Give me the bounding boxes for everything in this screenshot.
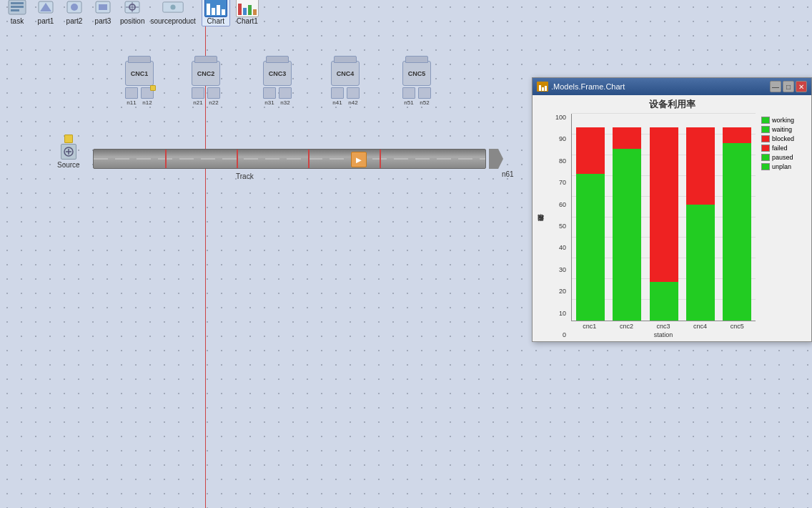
cnc4-nodes: n41 n42: [331, 87, 360, 106]
x-label-cnc1: cnc1: [574, 323, 605, 330]
track-exit-arrow: [489, 149, 503, 169]
track-container: ► Track n61: [93, 149, 500, 169]
source-component: Source: [57, 135, 80, 169]
bar-cnc5: [722, 127, 753, 321]
maximize-button[interactable]: □: [783, 81, 794, 92]
cnc2-nodes: n21 n22: [192, 87, 220, 106]
chart-window-title: .Models.Frame.Chart: [551, 82, 625, 91]
cnc1-machine[interactable]: CNC1: [125, 61, 154, 86]
cnc4-working-bar: [686, 205, 715, 321]
y-axis-label: 设备利用率: [535, 114, 545, 338]
n61-label: n61: [502, 170, 514, 178]
stacked-bar-cnc5: [723, 127, 751, 321]
cnc2-node-n21[interactable]: n21: [192, 87, 204, 106]
legend-blocked: blocked: [761, 135, 806, 142]
chart-title-icon: [537, 82, 548, 92]
cnc5-node-n51[interactable]: n51: [402, 87, 415, 106]
canvas: CNC1 n11 n12 CNC2 n21: [0, 21, 522, 508]
cnc1-working-bar: [576, 174, 605, 321]
x-label-cnc4: cnc4: [685, 323, 716, 330]
chart-body: 设备利用率 设备利用率 100 90 80 70 60 50 40 30 20 …: [533, 95, 811, 341]
minimize-button[interactable]: —: [770, 81, 781, 92]
cnc2-group: CNC2 n21 n22: [192, 61, 220, 106]
legend-paused: paused: [761, 154, 806, 161]
cnc5-blocked-bar: [723, 127, 751, 143]
x-label-cnc5: cnc5: [721, 323, 753, 330]
legend-paused-color: [761, 154, 770, 161]
stacked-bar-cnc3: [650, 127, 678, 321]
track-label: Track: [236, 172, 254, 180]
svg-rect-3: [11, 9, 19, 11]
cnc4-group: CNC4 n41 n42: [331, 61, 360, 106]
source-label: Source: [57, 161, 80, 169]
track[interactable]: ►: [93, 149, 486, 169]
cnc3-node-n32[interactable]: n32: [279, 87, 292, 106]
bars-container: [571, 114, 756, 321]
cnc5-working-bar: [723, 143, 751, 321]
source-indicator: [64, 135, 73, 143]
bar-cnc3: [648, 127, 679, 321]
cnc5-group: CNC5 n51 n52: [402, 61, 431, 106]
bar-cnc4: [685, 127, 716, 321]
x-axis-title: station: [571, 331, 756, 338]
cnc1-node-n11[interactable]: n11: [125, 87, 138, 106]
cnc2-working-bar: [613, 149, 641, 321]
legend-failed: failed: [761, 145, 806, 152]
close-button[interactable]: ✕: [796, 81, 807, 92]
x-label-cnc2: cnc2: [611, 323, 643, 330]
legend-paused-label: paused: [772, 154, 793, 161]
cnc4-blocked-bar: [686, 127, 715, 205]
chart-window: .Models.Frame.Chart — □ ✕ 设备利用率 设备利用率 10…: [532, 77, 812, 342]
chart-heading: 设备利用率: [535, 98, 808, 111]
source-box[interactable]: [61, 144, 76, 160]
cnc3-machine[interactable]: CNC3: [263, 61, 292, 86]
legend-blocked-label: blocked: [772, 135, 794, 142]
window-controls: — □ ✕: [770, 81, 807, 92]
stacked-bar-cnc2: [613, 127, 641, 321]
cnc1-node-n12[interactable]: n12: [141, 87, 154, 106]
legend-unplan-color: [761, 163, 770, 170]
chart-legend: working waiting blocked failed paused: [758, 114, 808, 338]
svg-point-7: [71, 4, 78, 11]
cnc1-group: CNC1 n11 n12: [125, 61, 154, 106]
cnc5-node-n52[interactable]: n52: [418, 87, 431, 106]
cnc3-working-bar: [650, 282, 678, 321]
cnc2-machine[interactable]: CNC2: [192, 61, 220, 86]
y-axis: 100 90 80 70 60 50 40 30 20 10 0: [548, 114, 568, 338]
cnc5-machine[interactable]: CNC5: [402, 61, 431, 86]
legend-waiting: waiting: [761, 126, 806, 133]
chart-plot-area: cnc1 cnc2 cnc3 cnc4 cnc5 station: [571, 114, 756, 338]
cnc2-blocked-bar: [613, 127, 641, 149]
cnc4-node-n41[interactable]: n41: [331, 87, 344, 106]
cnc1-nodes: n11 n12: [125, 87, 154, 106]
legend-waiting-label: waiting: [772, 126, 792, 133]
stacked-bar-cnc4: [686, 127, 715, 321]
bar-cnc2: [611, 127, 642, 321]
bar-cnc1: [575, 127, 605, 321]
x-labels: cnc1 cnc2 cnc3 cnc4 cnc5: [571, 321, 756, 330]
cnc4-node-n42[interactable]: n42: [347, 87, 360, 106]
cnc2-node-n22[interactable]: n22: [207, 87, 220, 106]
cnc5-nodes: n51 n52: [402, 87, 431, 106]
legend-failed-label: failed: [772, 145, 788, 152]
legend-blocked-color: [761, 135, 770, 142]
svg-rect-1: [11, 2, 24, 4]
toolbar: task part1 part2 part3: [0, 0, 522, 21]
cnc3-nodes: n31 n32: [263, 87, 292, 106]
stacked-bar-cnc1: [576, 127, 605, 321]
svg-point-15: [171, 4, 176, 9]
chart-content: 设备利用率 100 90 80 70 60 50 40 30 20 10 0: [535, 114, 808, 338]
svg-rect-9: [99, 4, 107, 10]
track-next-arrow[interactable]: ►: [351, 152, 367, 167]
legend-unplan-label: unplan: [772, 163, 791, 170]
legend-working-color: [761, 117, 770, 124]
chart-titlebar: .Models.Frame.Chart — □ ✕: [533, 78, 811, 95]
cnc1-blocked-bar: [576, 127, 605, 174]
legend-working: working: [761, 117, 806, 124]
cnc3-node-n31[interactable]: n31: [263, 87, 276, 106]
x-label-cnc3: cnc3: [648, 323, 679, 330]
legend-waiting-color: [761, 126, 770, 133]
legend-failed-color: [761, 145, 770, 152]
cnc3-group: CNC3 n31 n32: [263, 61, 292, 106]
cnc4-machine[interactable]: CNC4: [331, 61, 360, 86]
